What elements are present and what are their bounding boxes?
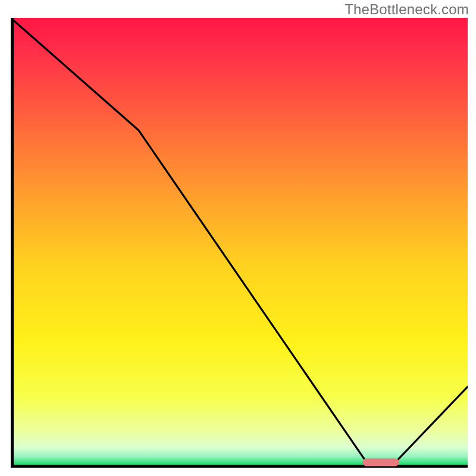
plot-area [11, 18, 468, 468]
optimal-marker [362, 458, 399, 466]
watermark-text: TheBottleneck.com [345, 1, 469, 18]
x-axis [11, 465, 468, 468]
bottleneck-chart [11, 18, 468, 468]
optimal-zone-marker [362, 458, 399, 466]
gradient-background [11, 18, 468, 468]
chart-frame: TheBottleneck.com [0, 0, 476, 476]
y-axis [11, 18, 14, 468]
